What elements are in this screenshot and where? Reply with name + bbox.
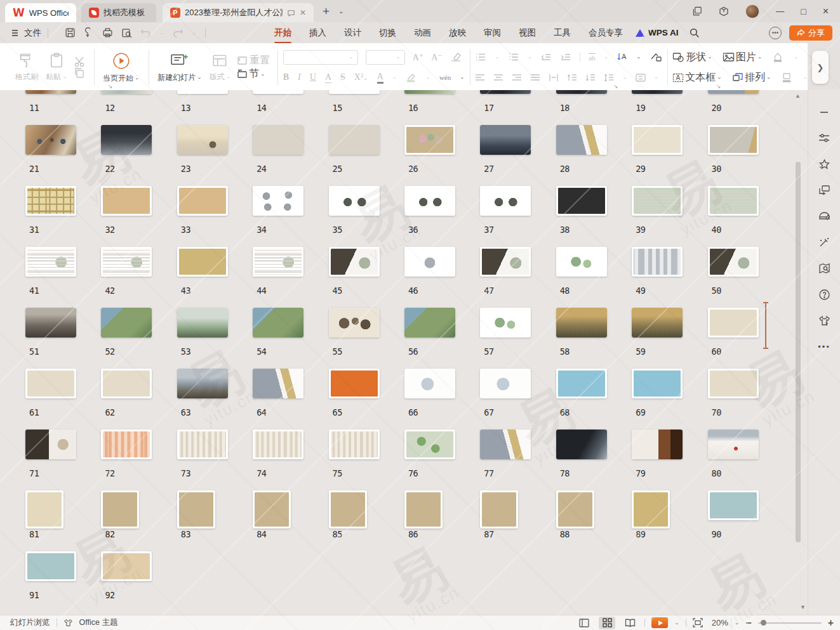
align-right-icon[interactable] [512, 74, 522, 82]
tab-list-chevron-icon[interactable]: ⌄ [338, 8, 343, 15]
tab-document[interactable]: P 2023整理-郑州金阳人才公寓项 ✕ [163, 3, 314, 22]
pinyin-button[interactable]: wén [439, 74, 451, 81]
slide-thumbnail-29[interactable] [632, 125, 683, 155]
numbering-icon[interactable] [508, 53, 519, 62]
underline-button[interactable]: U [310, 72, 316, 82]
arrange-button[interactable]: 排列⌄ [732, 71, 771, 84]
app-center-icon[interactable] [719, 6, 729, 16]
copy-icon[interactable] [74, 67, 86, 79]
slide-thumbnail-53[interactable] [177, 308, 228, 338]
slide-thumbnail-62[interactable] [101, 369, 152, 398]
zoom-slider-knob[interactable] [761, 620, 766, 626]
slide-thumbnail-80[interactable] [708, 430, 759, 459]
slide-thumbnail-27[interactable] [480, 125, 531, 155]
slide-thumbnail-22[interactable] [101, 125, 152, 155]
magic-wand-icon[interactable] [817, 235, 831, 249]
char-border-button[interactable]: A [325, 72, 331, 83]
close-doc-icon[interactable]: ✕ [300, 8, 306, 17]
ribbon-tab-插入[interactable]: 插入 [308, 25, 328, 41]
slide-thumbnail-40[interactable] [708, 186, 759, 216]
slide-thumbnail-25[interactable] [329, 125, 380, 155]
zoom-percent-value[interactable]: 20% [709, 618, 728, 627]
slide-thumbnail-54[interactable] [253, 308, 303, 338]
clipboard-dialog-launcher-icon[interactable]: ↘ [108, 83, 113, 89]
paste-button[interactable]: 粘贴⌄ [42, 51, 71, 84]
line-spacing-add-icon[interactable] [567, 74, 577, 82]
vertical-scrollbar[interactable] [796, 162, 801, 542]
scroll-down-arrow-icon[interactable]: ▼ [800, 604, 806, 610]
slide-thumbnail-47[interactable] [480, 247, 531, 277]
slide-sorter-view-button[interactable] [599, 617, 615, 629]
reading-view-button[interactable] [622, 617, 638, 629]
comment-bubble-icon[interactable] [287, 9, 295, 17]
slide-thumbnail-70[interactable] [708, 369, 759, 398]
ribbon-tab-放映[interactable]: 放映 [448, 25, 467, 41]
share-button[interactable]: 分享 [789, 25, 832, 41]
navigate-search-icon[interactable] [817, 261, 831, 275]
slide-thumbnail-49[interactable] [632, 247, 683, 277]
ribbon-tab-审阅[interactable]: 审阅 [483, 25, 502, 41]
ribbon-tab-设计[interactable]: 设计 [343, 25, 363, 41]
slide-thumbnail-33[interactable] [177, 186, 228, 216]
slide-thumbnail-85[interactable] [329, 490, 367, 528]
minimize-button[interactable]: — [776, 6, 784, 16]
ribbon-tab-视图[interactable]: 视图 [517, 25, 537, 41]
slide-thumbnail-43[interactable] [177, 247, 228, 277]
increase-font-icon[interactable]: A⁺ [413, 52, 424, 63]
slide-thumbnail-90[interactable] [708, 490, 759, 520]
char-spacing-button[interactable]: ab [589, 53, 595, 62]
slide-thumbnail-41[interactable] [25, 247, 76, 277]
slide-thumbnail-39[interactable] [632, 186, 683, 216]
bullets-icon[interactable] [475, 53, 486, 62]
textbox-button[interactable]: A 文本框⌄ [672, 71, 722, 84]
slide-thumbnail-52[interactable] [101, 308, 152, 338]
slide-thumbnail-37[interactable] [480, 186, 531, 216]
slide-thumbnail-48[interactable] [556, 247, 607, 277]
slide-thumbnail-66[interactable] [404, 369, 455, 398]
slide-thumbnail-89[interactable] [632, 490, 670, 528]
slide-thumbnail-92[interactable] [101, 551, 152, 581]
slide-thumbnail-19[interactable] [632, 90, 683, 94]
slide-thumbnail-86[interactable] [404, 490, 443, 528]
strikethrough-button[interactable]: S [340, 72, 345, 82]
font-size-select[interactable]: ⌄ [366, 50, 405, 65]
new-slide-button[interactable]: 新建幻灯片⌄ [154, 51, 206, 84]
maximize-button[interactable]: □ [801, 6, 806, 16]
slide-thumbnail-12[interactable] [101, 90, 152, 94]
properties-sliders-icon[interactable] [817, 131, 831, 145]
play-from-current-button[interactable]: 当页开始⌄ [99, 50, 143, 85]
align-left-icon[interactable] [475, 74, 485, 82]
italic-button[interactable]: I [298, 72, 301, 82]
slide-thumbnail-91[interactable] [25, 551, 76, 581]
slide-thumbnail-77[interactable] [480, 430, 531, 459]
slide-thumbnail-73[interactable] [177, 430, 228, 459]
slide-thumbnail-74[interactable] [253, 430, 303, 459]
ribbon-tab-开始[interactable]: 开始 [273, 25, 293, 41]
insert-dialog-launcher-icon[interactable]: ↘ [716, 83, 721, 89]
undo-dropdown-icon[interactable]: ⌄ [159, 30, 164, 36]
fill-color-button[interactable] [772, 52, 783, 62]
ribbon-tab-切换[interactable]: 切换 [378, 25, 397, 41]
slide-thumbnail-34[interactable] [253, 186, 303, 216]
skin-theme-icon[interactable] [817, 313, 831, 327]
bold-button[interactable]: B [283, 72, 289, 82]
slide-thumbnail-82[interactable] [101, 490, 139, 528]
collapse-panel-icon[interactable] [817, 105, 831, 119]
slide-thumbnail-84[interactable] [253, 490, 291, 528]
slide-thumbnail-76[interactable] [404, 430, 455, 459]
ribbon-tab-动画[interactable]: 动画 [413, 25, 432, 41]
service-icon[interactable]: ••• [769, 27, 782, 39]
decrease-indent-icon[interactable] [540, 53, 552, 62]
cut-icon[interactable] [74, 56, 86, 67]
slide-thumbnail-31[interactable] [25, 186, 76, 216]
slide-thumbnail-61[interactable] [25, 369, 76, 398]
normal-view-button[interactable] [576, 617, 592, 629]
slide-thumbnail-42[interactable] [101, 247, 152, 277]
slide-sorter-canvas[interactable]: 1112131415161718192021222324252627282930… [0, 90, 808, 615]
help-icon[interactable] [817, 287, 831, 301]
slide-thumbnail-78[interactable] [556, 430, 607, 459]
clear-format-icon[interactable] [450, 52, 462, 62]
slide-thumbnail-44[interactable] [253, 247, 303, 277]
slide-thumbnail-18[interactable] [556, 90, 607, 94]
slide-thumbnail-63[interactable] [177, 369, 228, 398]
